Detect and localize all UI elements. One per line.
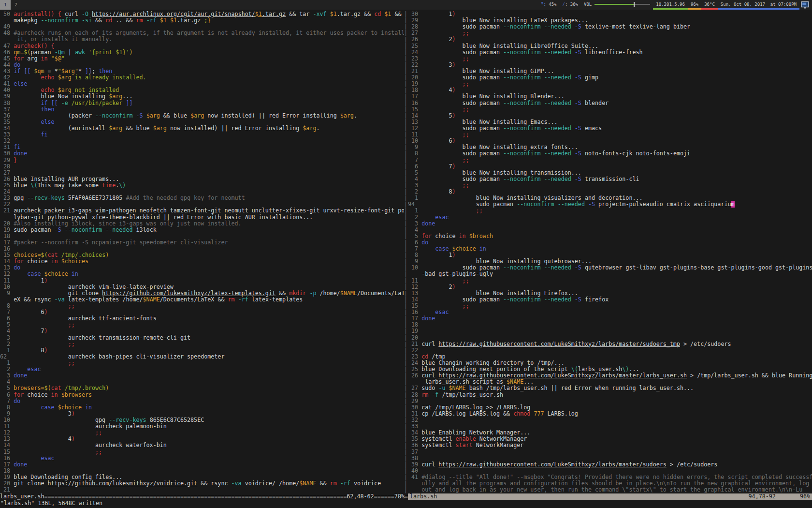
workspace-1-button[interactable]: 1 — [0, 0, 11, 10]
code-line[interactable]: 4 7) — [0, 328, 404, 334]
code-line[interactable]: 29 blue Now installing LaTeX packages... — [408, 17, 812, 24]
code-line[interactable]: 28 — [0, 164, 404, 170]
code-line[interactable]: 40 echo $arg not installed — [0, 87, 404, 93]
code-line[interactable]: 19 blue Downloading config files... — [0, 474, 404, 480]
code-line[interactable]: 7 do — [0, 398, 404, 404]
code-line[interactable]: 17 done — [408, 315, 812, 322]
code-line[interactable]: -bad gst-plugins-ugly — [408, 271, 812, 277]
code-line[interactable]: it, or installs it manually. — [0, 36, 404, 43]
code-line[interactable]: 6 7) — [408, 164, 812, 170]
code-line[interactable]: 21 blue Now installing GIMP... — [408, 68, 812, 75]
code-line[interactable]: 1 ;; — [408, 208, 812, 214]
code-line[interactable]: 11 ;; — [408, 278, 812, 284]
code-line[interactable]: 30 cat /tmp/LARBS.log >> /LARBS.log — [408, 404, 812, 411]
code-line[interactable]: 15 ;; — [0, 449, 404, 455]
code-line[interactable]: 25 blue Now installing LibreOffice Suite… — [408, 43, 812, 49]
code-line[interactable]: 4 sudo pacman --noconfirm --needed -S tr… — [408, 176, 812, 182]
code-line[interactable]: 32 — [408, 417, 812, 423]
code-line[interactable]: 17 done — [0, 462, 404, 468]
code-line[interactable]: 1 blue Now installing visualizers and de… — [408, 195, 812, 201]
code-line[interactable]: 13 4) — [0, 436, 404, 442]
code-line[interactable]: 10 6) — [408, 138, 812, 144]
code-line[interactable]: 23 gpg --recv-keys 5FAF0A6EE7371805 #Add… — [0, 195, 404, 201]
code-line[interactable]: 7 case $choice in — [408, 246, 812, 252]
code-line[interactable]: 1 ;; — [0, 360, 404, 366]
code-line[interactable]: 7 6) — [0, 309, 404, 315]
code-line[interactable]: 23 ;; — [408, 56, 812, 62]
code-line[interactable]: 10 gpg --recv-keys 865E6C87C65285EC — [0, 417, 404, 423]
code-line[interactable]: 24 blue Changin working directory to /tm… — [408, 360, 812, 366]
code-line[interactable]: 35 else — [0, 119, 404, 125]
right-pane-code[interactable]: 30 1) 29 blue Now installing LaTeX packa… — [408, 11, 812, 493]
code-line[interactable]: 9 blue Now installing qutebrowser... — [408, 258, 812, 265]
code-line[interactable]: 2 ;; — [0, 341, 404, 347]
code-line[interactable]: 45 for arg in "$@" — [0, 56, 404, 62]
code-line[interactable]: 29 } — [0, 157, 404, 164]
code-line[interactable]: 17 #packer --noconfirm -S ncpamixer-git … — [0, 239, 404, 246]
code-line[interactable]: lybar-git python-pywal xfce-theme-blackb… — [0, 214, 404, 221]
pane-separator[interactable]: | | | | | | | | | | | | | | | | | | | | … — [404, 11, 408, 493]
code-line[interactable]: 9 git clone https://github.com/lukesmith… — [0, 290, 404, 297]
code-line[interactable]: 7 ;; — [408, 157, 812, 164]
code-line[interactable]: 12 sudo pacman --noconfirm --needed -S e… — [408, 125, 812, 132]
code-line[interactable]: 43 if [[ $qm = *"$arg"* ]]; then — [0, 68, 404, 75]
code-line[interactable]: 26 2) — [408, 36, 812, 43]
code-line[interactable]: 36 systemctl start NetworkManager — [408, 442, 812, 448]
code-line[interactable]: 1 8) — [0, 347, 404, 354]
code-line[interactable]: ully and all the programs and configurat… — [408, 480, 812, 487]
code-line[interactable]: 42 echo $arg is already installed. — [0, 75, 404, 81]
code-line[interactable]: 18 — [408, 322, 812, 328]
code-line[interactable]: 27 sudo -u $NAME bash /tmp/larbs_user.sh… — [408, 385, 812, 391]
code-line[interactable]: 8 1) — [408, 252, 812, 258]
code-line[interactable]: 11 ;; — [408, 132, 812, 138]
code-line[interactable]: 23 cd /tmp — [408, 354, 812, 360]
code-line[interactable]: 6 aurcheck ttf-ancient-fonts — [0, 315, 404, 322]
code-line[interactable]: 6 do — [408, 239, 812, 246]
code-line[interactable]: 5 for choice in $browch — [408, 233, 812, 239]
left-pane-code[interactable]: 50 aurinstall() { curl -O https://aur.ar… — [0, 11, 404, 493]
code-line[interactable]: 13 blue Now installing Emacs... — [408, 119, 812, 125]
code-line[interactable]: 62 aurcheck bash-pipes cli-visualizer sp… — [0, 354, 404, 360]
code-line[interactable]: 39 curl https://raw.githubusercontent.co… — [408, 462, 812, 468]
code-line[interactable]: 33 fi — [0, 132, 404, 138]
code-line[interactable]: 10 sudo pacman --noconfirm --needed -S q… — [408, 265, 812, 271]
code-line[interactable]: 15 choices=$(cat /tmp/.choices) — [0, 252, 404, 258]
code-line[interactable]: 30 done — [0, 150, 404, 157]
code-line[interactable]: 20 git clone https://github.com/lukesmit… — [0, 480, 404, 487]
code-line[interactable]: 25 blue \(This may take some time.\) — [0, 182, 404, 189]
code-line[interactable]: 2 8) — [408, 189, 812, 195]
code-line[interactable]: 48 #aurcheck runs on each of its argumen… — [0, 30, 404, 36]
code-line[interactable]: 12 case $choice in — [0, 271, 404, 277]
code-line[interactable]: 24 sudo pacman --noconfirm --needed -S l… — [408, 49, 812, 56]
code-line[interactable]: 38 — [408, 455, 812, 462]
code-line[interactable]: 16 esac — [408, 309, 812, 315]
code-line[interactable]: 34 blue Enabling Network Manager... — [408, 430, 812, 436]
code-line[interactable]: 8 sudo pacman --noconfirm --needed -S no… — [408, 150, 812, 157]
code-line[interactable]: 47 aurcheck() { — [0, 43, 404, 49]
code-line[interactable]: 21 — [0, 487, 404, 493]
code-line[interactable]: eX && rsync -va latex-templates /home/$N… — [0, 297, 404, 303]
code-line[interactable]: 12 2) — [408, 284, 812, 290]
workspace-2-button[interactable]: 2 — [11, 0, 21, 10]
code-line[interactable]: 34 (aurinstall $arg && blue $arg now ins… — [0, 125, 404, 132]
code-line[interactable]: 15 ;; — [408, 303, 812, 309]
code-line[interactable]: 9 3) — [0, 411, 404, 417]
code-line[interactable]: 3 aurcheck transmission-remote-cli-git — [0, 335, 404, 341]
code-line[interactable]: 41 #dialog --title "All done!" --msgbox … — [408, 474, 812, 480]
code-line[interactable]: 11 1) — [0, 278, 404, 284]
volume-control[interactable]: VOL — [581, 0, 653, 10]
code-line[interactable]: 20 — [408, 335, 812, 341]
code-line[interactable]: 31 cp /LARBS.log LARBS.log && chmod 777 … — [408, 411, 812, 417]
code-line[interactable]: 38 if [[ -e /usr/bin/packer ]] — [0, 100, 404, 106]
code-line[interactable]: 3 done — [408, 221, 812, 227]
code-line[interactable]: 22 — [0, 201, 404, 208]
code-line[interactable]: 16 sudo pacman --noconfirm --needed -S b… — [408, 100, 812, 106]
code-line[interactable]: 28 sudo pacman --noconfirm --needed -S t… — [408, 24, 812, 30]
code-line[interactable]: 21 curl https://raw.githubusercontent.co… — [408, 341, 812, 347]
code-line[interactable]: 17 blue Now installing Blender... — [408, 93, 812, 100]
code-line[interactable]: 11 aurcheck palemoon-bin — [0, 423, 404, 430]
code-line[interactable]: 14 for choice in $choices — [0, 258, 404, 265]
code-line[interactable]: 18 — [0, 468, 404, 474]
code-line[interactable]: out and log back in as your new user, th… — [408, 487, 812, 493]
code-line[interactable]: 5 browsers=$(cat /tmp/.browch) — [0, 385, 404, 391]
